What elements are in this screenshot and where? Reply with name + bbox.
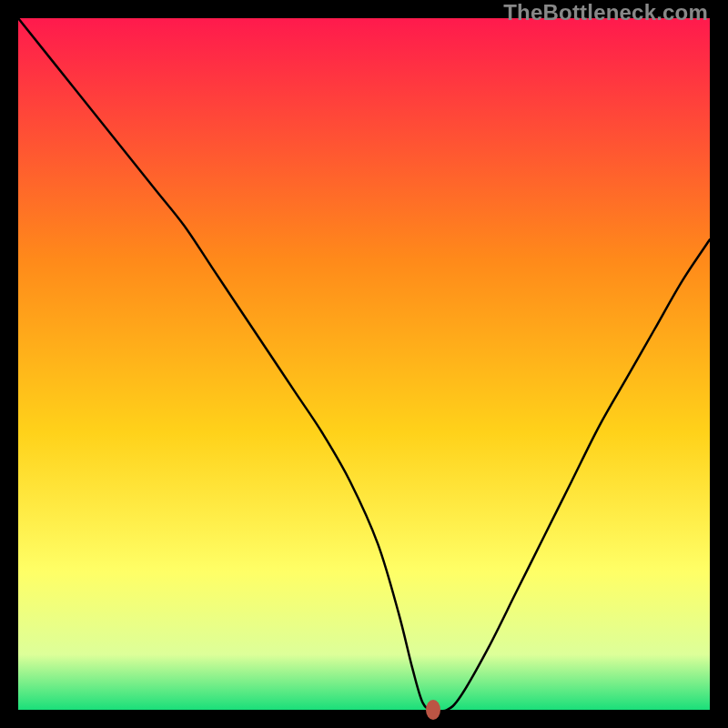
bottleneck-chart xyxy=(18,18,710,710)
attribution-text: TheBottleneck.com xyxy=(503,0,708,25)
gradient-background xyxy=(18,18,710,710)
optimum-marker xyxy=(426,700,440,720)
chart-frame xyxy=(18,18,710,710)
